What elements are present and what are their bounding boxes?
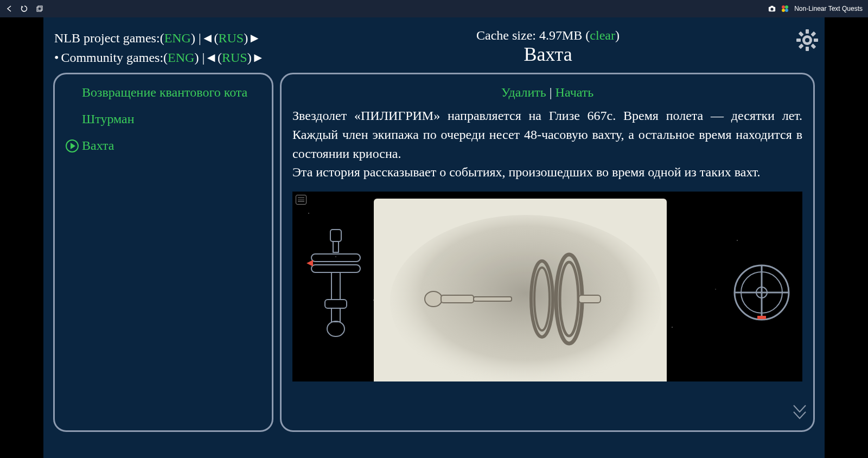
game-list-item[interactable]: Возвращение квантового кота — [66, 85, 261, 100]
game-title: Вахта — [282, 43, 814, 66]
svg-rect-22 — [311, 265, 360, 272]
hamburger-icon[interactable] — [296, 195, 307, 205]
nlb-label: NLB project games: — [54, 28, 160, 48]
svg-point-26 — [327, 321, 344, 336]
category-nav: NLB project games: (ENG) | ◄(RUS)► • Com… — [54, 28, 282, 67]
svg-rect-0 — [37, 7, 41, 11]
compass-wheel-icon[interactable] — [732, 263, 792, 322]
game-list-item[interactable]: Штурман — [66, 112, 261, 126]
svg-rect-30 — [441, 295, 474, 303]
start-link[interactable]: Начать — [556, 85, 594, 99]
delete-link[interactable]: Удалить — [501, 85, 546, 99]
svg-rect-13 — [814, 39, 818, 42]
play-icon — [66, 139, 79, 152]
svg-rect-20 — [333, 241, 339, 252]
svg-rect-17 — [810, 43, 816, 49]
illustration — [374, 199, 667, 381]
game-list-item-active[interactable]: Вахта — [66, 138, 261, 153]
svg-rect-25 — [331, 308, 340, 322]
svg-rect-12 — [796, 39, 801, 42]
back-icon[interactable] — [5, 5, 13, 12]
community-label: Community games: — [61, 48, 163, 67]
game-screenshot — [292, 192, 802, 381]
svg-rect-24 — [325, 300, 347, 308]
ship-schematic-icon — [303, 227, 368, 346]
app-icon — [781, 5, 789, 12]
community-eng-link[interactable]: ENG — [168, 48, 194, 67]
svg-rect-19 — [330, 230, 341, 241]
svg-point-8 — [785, 9, 788, 12]
svg-point-18 — [805, 38, 809, 42]
svg-rect-21 — [311, 254, 360, 262]
svg-rect-10 — [806, 29, 809, 34]
clear-cache-link[interactable]: clear — [590, 28, 615, 42]
svg-point-6 — [785, 5, 788, 9]
gear-icon[interactable] — [795, 28, 819, 52]
svg-point-3 — [771, 8, 774, 10]
camera-icon[interactable] — [768, 5, 776, 12]
window-titlebar: Non-Linear Text Quests — [0, 0, 868, 17]
game-list-panel: Возвращение квантового кота Штурман Вахт… — [53, 73, 273, 432]
cache-info: Cache size: 4.97MB (clear) — [282, 28, 814, 43]
reload-icon[interactable] — [21, 5, 28, 12]
window-icon[interactable] — [36, 5, 43, 12]
svg-rect-31 — [474, 297, 512, 301]
svg-point-5 — [782, 5, 785, 9]
svg-marker-27 — [307, 260, 313, 266]
nlb-rus-link[interactable]: RUS — [219, 28, 244, 48]
svg-rect-15 — [799, 43, 804, 49]
game-detail-panel: Удалить | Начать Звездолет «ПИЛИГРИМ» на… — [280, 73, 815, 432]
svg-rect-42 — [757, 316, 766, 319]
app-name-label: Non-Linear Text Quests — [794, 5, 863, 12]
svg-rect-16 — [799, 31, 804, 37]
game-description: Звездолет «ПИЛИГРИМ» направляется на Гли… — [292, 106, 802, 182]
svg-rect-36 — [579, 295, 601, 303]
main-content: NLB project games: (ENG) | ◄(RUS)► • Com… — [43, 17, 825, 458]
svg-rect-4 — [771, 6, 774, 8]
svg-rect-11 — [806, 47, 809, 51]
scroll-down-icon[interactable] — [792, 403, 808, 425]
svg-rect-14 — [810, 31, 816, 37]
svg-rect-23 — [331, 272, 340, 300]
community-rus-link[interactable]: RUS — [222, 48, 247, 67]
svg-rect-1 — [38, 6, 42, 10]
header: NLB project games: (ENG) | ◄(RUS)► • Com… — [43, 17, 825, 73]
nlb-eng-link[interactable]: ENG — [164, 28, 191, 48]
svg-point-7 — [782, 9, 785, 12]
svg-point-29 — [425, 291, 442, 307]
